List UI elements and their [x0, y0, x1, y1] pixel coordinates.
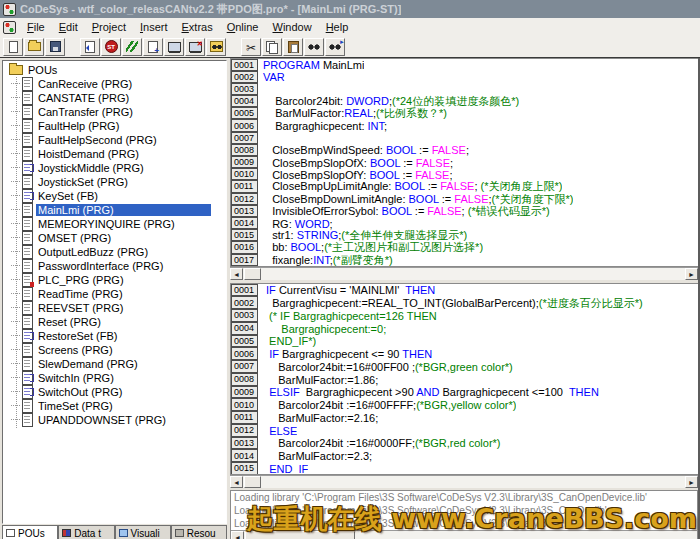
tree-item-faulthelp[interactable]: FaultHelp (PRG): [3, 119, 226, 133]
code-text[interactable]: END_IF: [258, 463, 308, 475]
tab-resou[interactable]: Resou: [171, 525, 227, 539]
tree-item-reset[interactable]: Reset (PRG): [3, 315, 226, 329]
prg-icon: [22, 203, 33, 217]
tree-item-memeoryinquire[interactable]: MEMEORYINQUIRE (PRG): [3, 217, 226, 231]
scroll-left-icon[interactable]: [231, 531, 244, 539]
declaration-editor[interactable]: 0001PROGRAM MainLmi0002VAR00030004 Barco…: [230, 58, 698, 267]
code-text[interactable]: Barcolor24bit :=16#0000FF;(*BGR,red colo…: [258, 437, 501, 449]
paste-button[interactable]: [283, 38, 303, 56]
menu-window[interactable]: Window: [266, 20, 319, 34]
code-text[interactable]: Bargraghicpecent:=REAL_TO_INT(GlobalBarP…: [258, 296, 643, 311]
code-text[interactable]: BarMulFactor:=2.3;: [258, 450, 372, 462]
tree-item-mainlmi[interactable]: MainLmi (PRG): [3, 203, 226, 217]
code-text[interactable]: CloseBmpWindSpeed: BOOL := FALSE;: [258, 144, 469, 156]
scroll-thumb[interactable]: [244, 268, 261, 280]
scroll-right-icon[interactable]: [685, 268, 698, 280]
scroll-right-icon[interactable]: [685, 476, 698, 488]
code-text[interactable]: CloseBmpSlopOfX: BOOL := FALSE;: [258, 157, 453, 169]
code-text[interactable]: ELSIF Bargraghicpecent >90 AND Bargraghi…: [258, 386, 599, 398]
tree-item-joystickmiddle[interactable]: JoystickMiddle (PRG): [3, 161, 226, 175]
code-text[interactable]: Bargraghicpecent:=0;: [258, 323, 386, 335]
tree-item-passwordinterface[interactable]: PasswordInterface (PRG): [3, 259, 226, 273]
tree-item-slewdemand[interactable]: SlewDemand (PRG): [3, 357, 226, 371]
tab-visuali[interactable]: Visuali: [115, 525, 171, 539]
code-text[interactable]: IF CurrentVisu = 'MAINLMI' THEN: [258, 284, 435, 296]
tree-item-restoreset[interactable]: RestoreSet (FB): [3, 329, 226, 343]
menu-extras[interactable]: Extras: [175, 20, 220, 34]
code-text[interactable]: (* IF Bargraghicpecent=126 THEN: [258, 310, 437, 322]
menu-insert[interactable]: Insert: [133, 20, 175, 34]
tab-data-t[interactable]: Data t: [58, 525, 114, 539]
watermark: 起重机在线 www.CraneBBS.com: [247, 501, 697, 537]
scroll-left-icon[interactable]: [230, 268, 243, 280]
tree-item-omset[interactable]: OMSET (PRG): [3, 231, 226, 245]
code-text[interactable]: Bargraghicpecent: INT;: [258, 120, 387, 132]
menu-project[interactable]: Project: [85, 20, 133, 34]
find-next-button[interactable]: [325, 38, 345, 56]
code-text[interactable]: PROGRAM MainLmi: [258, 59, 364, 71]
add-object-button[interactable]: [143, 38, 163, 56]
search-project-button[interactable]: [206, 38, 226, 56]
find-button[interactable]: [304, 38, 324, 56]
login-button[interactable]: [164, 38, 184, 56]
menu-edit[interactable]: Edit: [52, 20, 85, 34]
st-editor-button[interactable]: ST: [101, 38, 121, 56]
code-text[interactable]: IF Bargraghicpecent <= 90 THEN: [258, 348, 432, 360]
visualization-button[interactable]: [122, 38, 142, 56]
menu-help[interactable]: Help: [319, 20, 356, 34]
tree-item-keyset[interactable]: KeySet (FB): [3, 189, 226, 203]
line-number: 0015: [231, 462, 258, 475]
prg-icon: [22, 245, 33, 259]
editor-window-icon: [85, 41, 95, 53]
code-line: 0013 Barcolor24bit :=16#0000FF;(*BGR,red…: [231, 437, 698, 450]
copy-button[interactable]: [262, 38, 282, 56]
declaration-hscrollbar[interactable]: [230, 267, 698, 280]
editor-window-button[interactable]: [80, 38, 100, 56]
tree-root-pous[interactable]: POUs: [3, 63, 226, 77]
line-number: 0006: [231, 119, 258, 131]
code-text[interactable]: Barcolor24bit :=16#00FFFF;(*BGR,yellow c…: [258, 399, 516, 411]
code-text[interactable]: fixangle:INT;(*副臂变角*): [258, 253, 393, 267]
tree-item-joystickset[interactable]: JoystickSet (PRG): [3, 175, 226, 189]
cut-button[interactable]: [241, 38, 261, 56]
scroll-thumb[interactable]: [244, 476, 261, 488]
code-text[interactable]: BarMulFactor:=2.16;: [258, 412, 378, 424]
tree-item-faulthelpsecond[interactable]: FaultHelpSecond (PRG): [3, 133, 226, 147]
code-text[interactable]: BarMulFactor:=1.86;: [258, 374, 378, 386]
implementation-hscrollbar[interactable]: [230, 475, 698, 488]
tree-item-label: OutputLedBuzz (PRG): [36, 246, 150, 258]
tree-item-reevset[interactable]: REEVSET (PRG): [3, 301, 226, 315]
tree-item-screens[interactable]: Screens (PRG): [3, 343, 226, 357]
logout-button[interactable]: [185, 38, 205, 56]
tree-item-hoistdemand[interactable]: HoistDemand (PRG): [3, 147, 226, 161]
tree-item-plc_prg[interactable]: PLC_PRG (PRG): [3, 273, 226, 287]
tree-item-upanddownset[interactable]: UPANDDOWNSET (PRG): [3, 413, 226, 427]
tree-item-outputledbuzz[interactable]: OutputLedBuzz (PRG): [3, 245, 226, 259]
tree-item-canstate[interactable]: CANSTATE (PRG): [3, 91, 226, 105]
code-line: 0005 END_IF*): [231, 335, 698, 348]
tree-item-switchin[interactable]: SwitchIn (PRG): [3, 371, 226, 385]
tree-item-cantransfer[interactable]: CanTransfer (PRG): [3, 105, 226, 119]
tree-item-timeset[interactable]: TimeSet (PRG): [3, 399, 226, 413]
code-line: 0001PROGRAM MainLmi: [231, 59, 698, 71]
tree-item-canreceive[interactable]: CanReceive (PRG): [3, 77, 226, 91]
menu-online[interactable]: Online: [220, 20, 266, 34]
code-text[interactable]: ELSE: [258, 425, 297, 437]
tree-item-readtime[interactable]: ReadTime (PRG): [3, 287, 226, 301]
save-button[interactable]: [45, 38, 65, 56]
tab-pous[interactable]: POUs: [2, 525, 58, 539]
scroll-track[interactable]: [261, 268, 685, 280]
implementation-editor[interactable]: 0001 IF CurrentVisu = 'MAINLMI' THEN0002…: [230, 283, 698, 475]
tree-root-label: POUs: [26, 64, 59, 76]
menu-file[interactable]: File: [20, 20, 52, 34]
tree-item-switchout[interactable]: SwitchOut (PRG): [3, 385, 226, 399]
code-text[interactable]: Barcolor24bit:=16#00FF00 ;(*BGR,green co…: [258, 361, 513, 373]
open-file-button[interactable]: [24, 38, 44, 56]
tab-label: Visuali: [131, 528, 160, 539]
new-file-button[interactable]: [3, 38, 23, 56]
scroll-left-icon[interactable]: [230, 476, 243, 488]
code-text[interactable]: END_IF*): [258, 335, 316, 347]
scroll-track[interactable]: [261, 476, 685, 488]
code-text[interactable]: VAR: [258, 71, 285, 83]
tab-label: POUs: [18, 528, 45, 539]
